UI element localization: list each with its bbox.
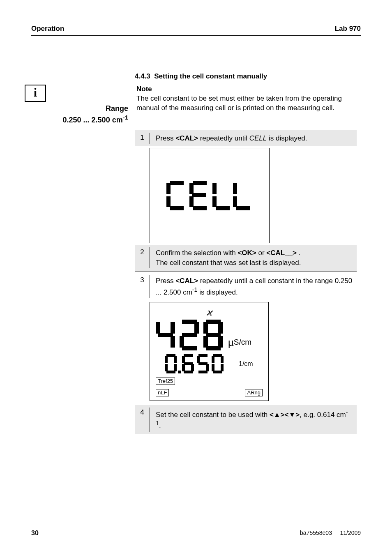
small-unit: 1/cm	[239, 360, 253, 368]
svg-rect-14	[236, 206, 250, 210]
step-text: Press <CAL> repeatedly until CELL is dis…	[150, 130, 357, 146]
svg-rect-21	[182, 333, 197, 337]
svg-rect-51	[221, 356, 224, 363]
footer-code: ba75558e03	[300, 530, 332, 536]
svg-rect-5	[189, 183, 194, 194]
footer-date: 11/2009	[340, 530, 361, 536]
big-unit: µS/cm	[228, 337, 251, 348]
svg-rect-7	[189, 196, 194, 207]
range-value: 0.250 ... 2.500 cm-1	[31, 113, 128, 125]
svg-rect-0	[170, 181, 184, 185]
svg-rect-15	[156, 322, 160, 334]
step-text: Confirm the selection with <OK> or <CAL_…	[150, 245, 357, 271]
note-block: i Note The cell constant to be set must …	[25, 85, 361, 113]
svg-rect-28	[203, 336, 208, 348]
info-icon: i	[25, 85, 46, 102]
svg-rect-13	[233, 196, 237, 207]
step-number: 4	[135, 405, 150, 420]
svg-rect-50	[212, 356, 214, 363]
kappa-symbol: ϰ	[156, 307, 263, 318]
step-text: Set the cell constant to be used with <▲…	[150, 405, 357, 434]
seven-seg-small	[165, 353, 234, 375]
seven-seg-cell	[166, 179, 253, 212]
step-row: 2 Confirm the selection with <OK> or <CA…	[135, 245, 357, 271]
nlf-badge: nLF	[156, 389, 169, 396]
step-row: 3 Press <CAL> repeatedly until a cell co…	[135, 273, 357, 300]
svg-rect-23	[182, 346, 197, 350]
svg-rect-41	[182, 364, 185, 371]
step-text: Press <CAL> repeatedly until a cell cons…	[150, 273, 357, 300]
svg-rect-3	[170, 206, 184, 210]
svg-rect-48	[198, 371, 208, 373]
svg-rect-53	[221, 364, 224, 371]
svg-rect-29	[218, 336, 223, 348]
svg-rect-26	[218, 322, 223, 334]
svg-rect-30	[206, 346, 221, 350]
page-footer: 30 ba75558e03 11/2009	[31, 526, 361, 537]
header-left: Operation	[31, 25, 64, 33]
note-text: The cell constant to be set must either …	[136, 94, 361, 113]
svg-rect-6	[192, 193, 206, 197]
page-number: 30	[31, 530, 39, 537]
svg-rect-16	[171, 322, 175, 334]
svg-rect-8	[193, 206, 207, 210]
svg-rect-44	[198, 354, 208, 357]
svg-rect-52	[212, 364, 214, 371]
svg-rect-43	[184, 371, 193, 373]
svg-rect-10	[212, 196, 217, 207]
tref-badge: Tref25	[156, 378, 175, 385]
section-title: 4.4.3 Setting the cell constant manually	[135, 72, 361, 81]
svg-rect-47	[206, 364, 209, 371]
step-number: 1	[135, 130, 150, 145]
svg-rect-9	[212, 183, 217, 194]
svg-rect-32	[165, 356, 168, 363]
svg-rect-18	[171, 336, 175, 348]
svg-rect-2	[166, 196, 171, 207]
step-number: 2	[135, 245, 150, 260]
step-number: 3	[135, 273, 150, 288]
svg-rect-1	[166, 183, 171, 194]
svg-rect-34	[165, 364, 168, 371]
svg-rect-4	[193, 181, 207, 185]
svg-rect-25	[203, 322, 208, 334]
svg-rect-20	[194, 322, 199, 334]
step-row: 1 Press <CAL> repeatedly until CELL is d…	[135, 130, 357, 146]
svg-rect-37	[178, 371, 181, 373]
step-row: 4 Set the cell constant to be used with …	[135, 405, 357, 434]
svg-rect-22	[180, 336, 184, 348]
svg-rect-42	[191, 364, 194, 371]
svg-rect-35	[174, 364, 177, 371]
svg-rect-11	[216, 206, 230, 210]
svg-rect-33	[174, 356, 177, 363]
note-label: Note	[136, 85, 361, 94]
svg-rect-45	[197, 356, 200, 363]
lcd-display-reading: ϰ	[150, 302, 269, 401]
svg-rect-36	[166, 371, 175, 373]
svg-rect-38	[184, 354, 193, 357]
svg-rect-39	[182, 356, 185, 363]
svg-rect-54	[213, 371, 222, 373]
header-right: Lab 970	[335, 25, 361, 33]
lcd-display-cell: CELL	[150, 148, 270, 243]
seven-seg-big	[156, 319, 226, 351]
svg-rect-12	[233, 183, 237, 194]
arng-badge: ARng	[245, 389, 263, 396]
steps-table: 1 Press <CAL> repeatedly until CELL is d…	[135, 130, 357, 434]
